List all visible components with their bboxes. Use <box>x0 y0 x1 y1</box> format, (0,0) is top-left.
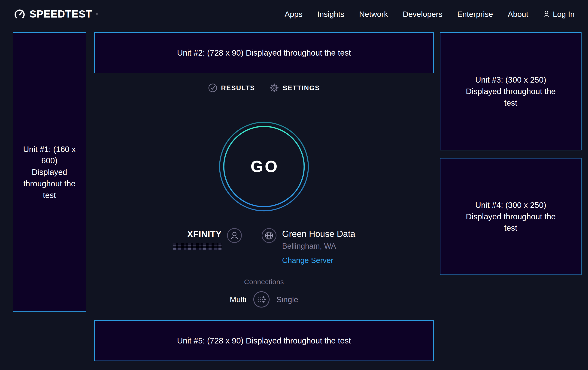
server-location: Bellingham, WA <box>282 242 356 250</box>
nav-item-insights[interactable]: Insights <box>317 10 344 19</box>
ad-unit-3[interactable]: Unit #3: (300 x 250) Displayed throughou… <box>440 32 582 150</box>
trademark-symbol: ® <box>96 11 98 18</box>
isp-info: XFINITY <box>173 229 222 250</box>
change-server-link[interactable]: Change Server <box>282 256 356 265</box>
connections-multi-label[interactable]: Multi <box>230 295 246 304</box>
login-label: Log In <box>553 10 575 19</box>
nav-item-network[interactable]: Network <box>359 10 388 19</box>
multi-connection-icon <box>253 291 270 308</box>
isp-user-icon[interactable] <box>227 228 242 243</box>
logo-text: SPEEDTEST <box>30 8 92 20</box>
nav-item-about[interactable]: About <box>508 10 528 19</box>
isp-detail-redacted <box>173 243 222 250</box>
nav-menu: Apps Insights Network Developers Enterpr… <box>284 10 575 19</box>
nav-item-enterprise[interactable]: Enterprise <box>457 10 493 19</box>
top-nav-bar: SPEEDTEST ® Apps Insights Network Develo… <box>0 0 588 28</box>
ad-unit-3-label: Unit #3: (300 x 250) Displayed throughou… <box>463 74 558 109</box>
nav-item-apps[interactable]: Apps <box>284 10 303 19</box>
go-button-label: GO <box>219 121 309 211</box>
connections-title: Connections <box>94 278 434 286</box>
connections-toggle-row: Multi Single <box>94 291 434 308</box>
ad-unit-5[interactable]: Unit #5: (728 x 90) Displayed throughout… <box>94 320 434 361</box>
ad-unit-1[interactable]: Unit #1: (160 x 600) Displayed throughou… <box>13 32 86 312</box>
ad-unit-2[interactable]: Unit #2: (728 x 90) Displayed throughout… <box>94 32 434 73</box>
ad-unit-2-label: Unit #2: (728 x 90) Displayed throughout… <box>177 47 351 59</box>
server-name: Green House Data <box>282 229 356 239</box>
tab-settings-label: SETTINGS <box>283 84 320 92</box>
user-icon <box>543 10 550 18</box>
connections-section: Connections Multi Single <box>94 278 434 308</box>
tab-bar: RESULTS <box>94 83 434 93</box>
ad-unit-4[interactable]: Unit #4: (300 x 250) Displayed throughou… <box>440 158 582 275</box>
isp-name: XFINITY <box>173 229 222 240</box>
connections-toggle-button[interactable] <box>253 291 270 308</box>
go-button[interactable]: GO <box>219 121 309 211</box>
nav-item-developers[interactable]: Developers <box>403 10 442 19</box>
tab-results[interactable]: RESULTS <box>208 83 255 92</box>
server-info: Green House Data Bellingham, WA Change S… <box>282 229 356 265</box>
provider-info-row: XFINITY Green House Data Bellingham, WA … <box>94 228 434 265</box>
speedtest-logo[interactable]: SPEEDTEST ® <box>13 8 98 20</box>
check-circle-icon <box>208 83 217 92</box>
tab-settings[interactable]: SETTINGS <box>269 83 320 93</box>
gear-icon <box>269 83 279 93</box>
server-globe-icon[interactable] <box>262 228 277 243</box>
login-button[interactable]: Log In <box>543 10 575 19</box>
speedometer-icon <box>13 8 26 20</box>
ad-unit-5-label: Unit #5: (728 x 90) Displayed throughout… <box>177 335 351 347</box>
ad-unit-1-label: Unit #1: (160 x 600) Displayed throughou… <box>23 143 76 201</box>
speedtest-page: SPEEDTEST ® Apps Insights Network Develo… <box>0 0 588 370</box>
ad-unit-4-label: Unit #4: (300 x 250) Displayed throughou… <box>463 199 558 234</box>
connections-single-label[interactable]: Single <box>276 295 298 304</box>
tab-results-label: RESULTS <box>221 84 255 92</box>
